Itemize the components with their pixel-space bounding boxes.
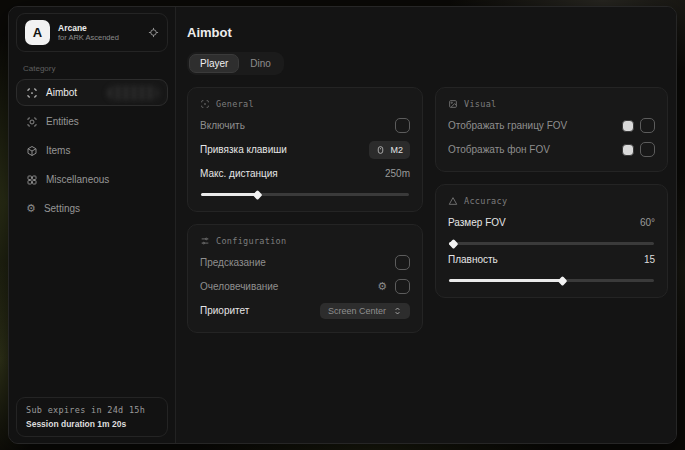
humanization-checkbox[interactable]: [395, 279, 410, 294]
fov-border-color-swatch[interactable]: [622, 120, 634, 132]
cheat-menu-window: A Arcane for ARK Ascended Category: [8, 6, 677, 444]
session-duration-text: Session duration 1m 20s: [26, 419, 158, 429]
card-title: Configuration: [216, 236, 286, 246]
fov-size-label: Размер FOV: [448, 217, 506, 228]
card-title: Visual: [464, 99, 497, 109]
smoothness-label: Плавность: [448, 254, 498, 265]
smoothness-slider[interactable]: [449, 279, 654, 282]
brand-title: Arcane: [58, 23, 140, 34]
sidebar-item-label: Settings: [44, 203, 80, 214]
brand-subtitle: for ARK Ascended: [58, 33, 140, 42]
sliders-icon: [200, 236, 210, 246]
fov-border-label: Отображать границу FOV: [448, 120, 567, 131]
gear-icon[interactable]: ⚙: [377, 281, 387, 292]
max-distance-label: Макс. дистанция: [200, 168, 278, 179]
package-icon: [26, 145, 38, 157]
keybind-value: M2: [390, 145, 403, 155]
enable-label: Включить: [200, 120, 245, 131]
sidebar-item-miscellaneous[interactable]: Miscellaneous: [16, 166, 168, 193]
tab-player[interactable]: Player: [189, 54, 239, 73]
category-label: Category: [23, 64, 163, 73]
sidebar-item-items[interactable]: Items: [16, 137, 168, 164]
subscription-info-card: Sub expires in 24d 15h Session duration …: [16, 397, 168, 437]
visual-card: Visual Отображать границу FOV Отображать…: [435, 87, 668, 172]
fov-bg-label: Отображать фон FOV: [448, 144, 550, 155]
priority-value: Screen Center: [328, 306, 386, 316]
page-title: Aimbot: [187, 25, 668, 40]
sidebar-item-settings[interactable]: ⚙ Settings: [16, 195, 168, 222]
max-distance-value: 250m: [385, 168, 410, 179]
fov-bg-color-swatch[interactable]: [622, 144, 634, 156]
crosshair-icon: [26, 87, 38, 99]
prediction-checkbox[interactable]: [395, 255, 410, 270]
keybind-button[interactable]: M2: [369, 141, 410, 159]
image-icon: [448, 99, 458, 109]
max-distance-slider[interactable]: [201, 193, 409, 196]
accuracy-card: Accuracy Размер FOV 60° Плавность 15: [435, 184, 668, 298]
fov-border-checkbox[interactable]: [640, 118, 655, 133]
keybind-label: Привязка клавиши: [200, 144, 287, 155]
brand-logo: A: [25, 20, 50, 45]
enable-checkbox[interactable]: [395, 118, 410, 133]
prediction-label: Предсказание: [200, 257, 266, 268]
mouse-icon: [376, 144, 385, 156]
fov-size-slider[interactable]: [449, 242, 654, 245]
slider-handle[interactable]: [557, 276, 567, 286]
sidebar-item-entities[interactable]: Entities: [16, 108, 168, 135]
sidebar-nav: Aimbot Entities Items: [16, 79, 168, 222]
fov-size-value: 60°: [640, 217, 655, 228]
tab-bar: Player Dino: [187, 52, 284, 75]
priority-dropdown[interactable]: Screen Center: [320, 303, 410, 319]
card-title: General: [216, 99, 254, 109]
humanization-label: Очеловечивание: [200, 281, 278, 292]
sidebar-item-label: Items: [46, 145, 70, 156]
target-icon[interactable]: [148, 27, 159, 38]
scan-icon: [26, 116, 38, 128]
focus-icon: [200, 99, 210, 109]
gear-icon: ⚙: [26, 203, 36, 214]
fov-bg-checkbox[interactable]: [640, 142, 655, 157]
sidebar-item-label: Aimbot: [46, 87, 77, 98]
card-title: Accuracy: [464, 196, 507, 206]
grid-icon: [26, 174, 38, 186]
sidebar-item-label: Miscellaneous: [46, 174, 109, 185]
configuration-card: Configuration Предсказание Очеловечивани…: [187, 224, 423, 333]
slider-handle[interactable]: [449, 239, 459, 249]
sidebar-item-aimbot[interactable]: Aimbot: [16, 79, 168, 106]
main-content: Aimbot Player Dino General: [176, 7, 677, 443]
blurred-watermark: [107, 86, 159, 100]
tab-dino[interactable]: Dino: [239, 54, 282, 73]
smoothness-value: 15: [644, 254, 655, 265]
up-down-arrows-icon: [393, 306, 402, 316]
general-card: General Включить Привязка клавиши: [187, 87, 423, 212]
sub-expires-text: Sub expires in 24d 15h: [26, 405, 158, 415]
slider-handle[interactable]: [253, 190, 263, 200]
triangle-icon: [448, 196, 458, 206]
sidebar: A Arcane for ARK Ascended Category: [9, 7, 176, 443]
brand-card: A Arcane for ARK Ascended: [16, 13, 168, 52]
priority-label: Приоритет: [200, 305, 249, 316]
sidebar-item-label: Entities: [46, 116, 79, 127]
